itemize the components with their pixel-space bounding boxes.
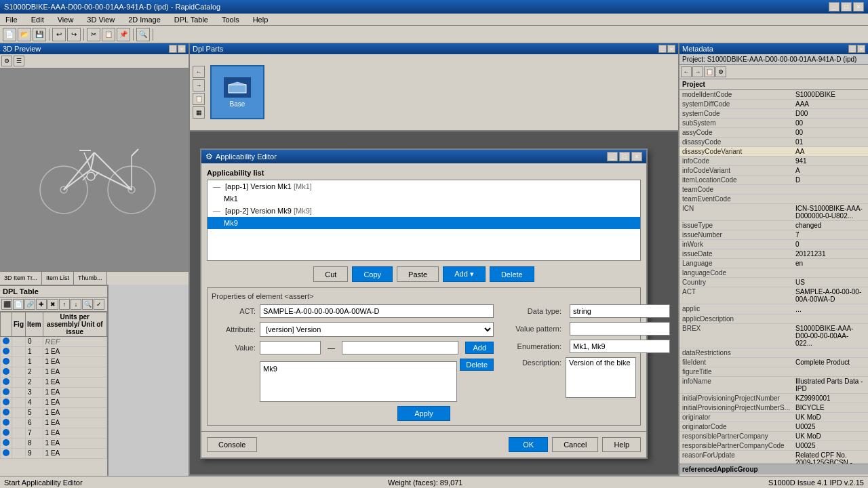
applic-item-app2[interactable]: — [app-2] Version Mk9 [Mk9] xyxy=(208,205,640,217)
description-textarea[interactable] xyxy=(566,357,636,398)
dialog-maximize[interactable]: □ xyxy=(619,152,630,161)
save-button[interactable]: 💾 xyxy=(33,28,46,41)
properties-title: Properties of element <assert> xyxy=(212,292,636,300)
menu-file[interactable]: File xyxy=(3,15,20,24)
app1-label: [app-1] Version Mk1 xyxy=(225,182,294,190)
app1-collapse-icon: — xyxy=(213,182,220,190)
dialog-overlay: ⚙ Applicability Editor _ □ × Applicabili… xyxy=(0,43,868,488)
copy-button[interactable]: 📋 xyxy=(102,28,115,41)
dialog-title-bar: ⚙ Applicability Editor _ □ × xyxy=(201,150,646,163)
enumeration-input[interactable] xyxy=(570,340,670,353)
valuepattern-label: Value pattern: xyxy=(500,325,561,333)
menu-view[interactable]: View xyxy=(55,15,77,24)
minimize-button[interactable]: _ xyxy=(829,2,840,12)
value-area: Mk9 Delete xyxy=(260,359,494,402)
apply-button[interactable]: Apply xyxy=(397,406,450,421)
app-title: S1000DBIKE-AAA-D00-00-00-01AA-941A-D (ip… xyxy=(4,3,220,11)
delete-button[interactable]: Delete xyxy=(490,266,534,282)
open-button[interactable]: 📂 xyxy=(18,28,31,41)
value-label: Value: xyxy=(212,344,256,352)
act-input[interactable] xyxy=(260,304,494,318)
value-input-left[interactable] xyxy=(260,341,321,354)
paste-button[interactable]: Paste xyxy=(397,266,439,282)
search-button[interactable]: 🔍 xyxy=(136,28,150,41)
mk9-label: Mk9 xyxy=(224,219,238,227)
menu-help[interactable]: Help xyxy=(250,15,271,24)
datatype-input[interactable] xyxy=(570,304,670,318)
cut-button[interactable]: Cut xyxy=(313,266,348,282)
help-button[interactable]: Help xyxy=(602,437,641,452)
toolbar-sep-4 xyxy=(153,28,153,41)
attribute-select[interactable]: [version] Version xyxy=(260,322,494,337)
applicability-list[interactable]: — [app-1] Version Mk1 [Mk1] Mk1 — [app-2… xyxy=(207,180,641,261)
action-buttons-row: Cut Copy Paste Add ▾ Delete xyxy=(207,266,641,282)
cut-button[interactable]: ✂ xyxy=(87,28,100,41)
props-right-col: Data type: Value pattern: Enumeration: xyxy=(500,304,636,402)
enumeration-label: Enumeration: xyxy=(500,342,561,350)
maximize-button[interactable]: □ xyxy=(841,2,852,12)
window-controls[interactable]: _ □ × xyxy=(829,2,864,12)
app2-label: [app-2] Version Mk9 xyxy=(225,207,294,215)
value-add-button[interactable]: Add xyxy=(465,342,494,354)
datatype-row: Data type: xyxy=(500,304,636,318)
value-textbox[interactable]: Mk9 xyxy=(260,361,457,402)
toolbar-sep-1 xyxy=(49,28,50,41)
copy-button[interactable]: Copy xyxy=(352,266,393,282)
menu-bar: File Edit View 3D View 2D Image DPL Tabl… xyxy=(0,14,868,26)
menu-tools[interactable]: Tools xyxy=(219,15,242,24)
applic-item-app1[interactable]: — [app-1] Version Mk1 [Mk1] xyxy=(208,180,640,192)
cancel-button[interactable]: Cancel xyxy=(552,437,598,452)
app1-tag: [Mk1] xyxy=(294,182,312,190)
datatype-label: Data type: xyxy=(500,307,561,315)
value-side-actions: Delete xyxy=(460,359,494,402)
dialog-title-label: Applicability Editor xyxy=(216,152,277,161)
console-button[interactable]: Console xyxy=(207,437,257,452)
act-row: ACT: xyxy=(212,304,494,318)
footer-right-buttons: OK Cancel Help xyxy=(509,437,641,452)
description-row: Description: xyxy=(500,357,636,398)
enumeration-row: Enumeration: xyxy=(500,340,636,353)
new-button[interactable]: 📄 xyxy=(3,28,16,41)
toolbar-sep-2 xyxy=(83,28,84,41)
app2-tag: [Mk9] xyxy=(294,207,312,215)
dialog-body: Applicability list — [app-1] Version Mk1… xyxy=(201,163,646,431)
app2-collapse-icon: — xyxy=(213,207,220,215)
menu-dpltable[interactable]: DPL Table xyxy=(172,15,211,24)
apply-row: Apply xyxy=(212,406,636,421)
dialog-footer: Console OK Cancel Help xyxy=(201,431,646,458)
close-button[interactable]: × xyxy=(853,2,864,12)
redo-button[interactable]: ↪ xyxy=(67,28,81,41)
applic-item-mk9[interactable]: Mk9 xyxy=(208,217,640,229)
add-button[interactable]: Add ▾ xyxy=(443,266,486,282)
properties-section: Properties of element <assert> ACT: xyxy=(207,287,641,426)
valuepattern-row: Value pattern: xyxy=(500,322,636,336)
value-row: Value: — Add xyxy=(212,341,494,354)
dialog-minimize[interactable]: _ xyxy=(607,152,618,161)
toolbar-sep-3 xyxy=(133,28,134,41)
menu-edit[interactable]: Edit xyxy=(28,15,47,24)
props-left-col: ACT: Attribute: [version] Version xyxy=(212,304,494,402)
value-textbox-content: Mk9 xyxy=(263,365,277,373)
attribute-label: Attribute: xyxy=(212,325,256,333)
menu-3dview[interactable]: 3D View xyxy=(84,15,117,24)
props-two-col: ACT: Attribute: [version] Version xyxy=(212,304,636,402)
menu-2dimage[interactable]: 2D Image xyxy=(125,15,163,24)
title-bar: S1000DBIKE-AAA-D00-00-00-01AA-941A-D (ip… xyxy=(0,0,868,14)
valuepattern-input[interactable] xyxy=(570,322,670,336)
value-dash: — xyxy=(325,344,338,352)
attribute-row: Attribute: [version] Version xyxy=(212,322,494,337)
ok-button[interactable]: OK xyxy=(509,437,548,452)
paste-button[interactable]: 📌 xyxy=(117,28,130,41)
value-delete-button[interactable]: Delete xyxy=(460,359,494,371)
applic-list-label: Applicability list xyxy=(207,169,641,177)
dialog-close[interactable]: × xyxy=(631,152,642,161)
mk1-label: Mk1 xyxy=(224,195,238,203)
description-label: Description: xyxy=(500,357,561,367)
value-input-right[interactable] xyxy=(342,341,458,354)
applic-item-mk1[interactable]: Mk1 xyxy=(208,192,640,205)
applicability-editor-dialog: ⚙ Applicability Editor _ □ × Applicabili… xyxy=(200,148,648,459)
undo-button[interactable]: ↩ xyxy=(52,28,66,41)
main-toolbar: 📄 📂 💾 ↩ ↪ ✂ 📋 📌 🔍 xyxy=(0,26,868,43)
act-label: ACT: xyxy=(212,307,256,315)
